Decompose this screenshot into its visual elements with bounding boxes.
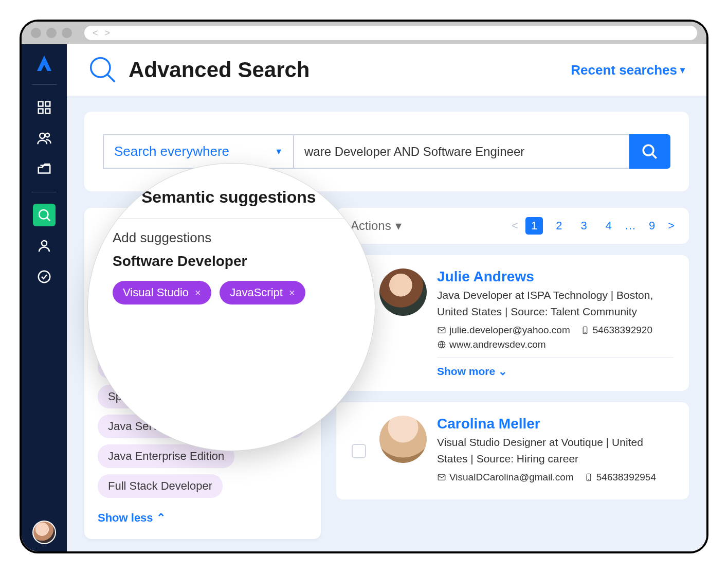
candidate-website[interactable]: www.andrewsdev.com [437,339,546,350]
main-content: Advanced Search Recent searches ▾ Search… [67,44,706,551]
svg-point-8 [42,241,47,246]
lens-title: Semantic suggestions [141,188,316,207]
actions-dropdown[interactable]: Actions ▾ [351,219,402,233]
nav-profile[interactable] [33,235,56,257]
search-icon [88,56,117,84]
svg-rect-3 [46,109,50,114]
traffic-light-close[interactable] [31,28,41,38]
search-submit-button[interactable] [629,134,670,169]
remove-tag-icon[interactable]: × [195,287,201,299]
candidate-meta: Visual Studio Designer at Voutique | Uni… [437,434,674,467]
svg-rect-1 [46,102,50,106]
candidate-email[interactable]: julie.developer@yahoo.com [437,325,570,336]
nav-folders[interactable] [33,158,56,181]
page-number[interactable]: 9 [643,217,661,235]
show-less-button[interactable]: Show less ⌃ [98,511,307,525]
svg-line-13 [652,154,657,158]
svg-point-6 [39,210,48,219]
caret-down-icon: ▾ [680,64,685,76]
candidate-meta: Java Developer at ISPA Technology | Bost… [437,287,674,319]
caret-down-icon: ▼ [275,147,283,156]
address-bar[interactable]: < > [84,26,697,40]
lens-term: Software Developer [113,253,350,270]
page-title: Advanced Search [129,58,310,82]
search-scope-dropdown[interactable]: Search everywhere ▼ [104,135,294,168]
page-next[interactable]: > [668,219,675,232]
candidate-phone[interactable]: 54638392954 [584,472,656,483]
caret-down-icon: ▾ [395,219,402,233]
user-avatar[interactable] [32,521,56,544]
nav-search[interactable] [33,204,56,226]
svg-line-7 [47,218,50,221]
browser-chrome: < > [22,22,706,44]
svg-point-9 [39,271,50,283]
candidate-name[interactable]: Carolina Meller [437,416,674,432]
page-prev[interactable]: < [512,219,518,232]
result-checkbox[interactable] [352,444,366,458]
page-number[interactable]: 3 [575,217,592,235]
svg-line-11 [107,75,115,82]
show-more-button[interactable]: Show more ⌄ [437,365,674,378]
result-card: Carolina Meller Visual Studio Designer a… [336,402,689,499]
svg-point-12 [643,145,653,155]
candidate-avatar[interactable] [379,416,427,463]
active-suggestion-tag[interactable]: JavaScript× [220,281,305,305]
svg-rect-18 [438,475,445,480]
nav-people[interactable] [33,127,56,150]
recent-searches-label: Recent searches [571,62,677,78]
search-query-input[interactable]: ware Developer AND Software Engineer [294,135,629,168]
svg-rect-0 [39,102,43,106]
candidate-avatar[interactable] [379,268,427,316]
candidate-name[interactable]: Julie Andrews [437,268,674,285]
svg-rect-14 [438,328,445,333]
recent-searches-dropdown[interactable]: Recent searches ▾ [571,62,685,78]
page-ellipsis: … [625,219,636,232]
traffic-light-min[interactable] [46,28,57,38]
lens-subtitle: Add suggestions [113,230,350,246]
candidate-email[interactable]: VisualDCarolina@gmail.com [437,472,574,483]
page-number[interactable]: 4 [600,217,617,235]
pagination: < 1 2 3 4 … 9 > [512,217,675,235]
chevron-down-icon: ⌄ [498,365,507,377]
sidebar [22,44,67,551]
magnifier-lens: Searvarch everywhere ▼ Semantic suggesti… [87,163,375,451]
remove-tag-icon[interactable]: × [289,287,295,299]
result-card: Julie Andrews Java Developer at ISPA Tec… [336,255,689,391]
traffic-light-max[interactable] [62,28,72,38]
svg-point-5 [46,133,50,137]
page-header: Advanced Search Recent searches ▾ [67,44,706,96]
chevron-up-icon: ⌃ [156,511,166,525]
nav-dashboard[interactable] [33,96,56,119]
suggestion-tag[interactable]: Full Stack Developer [98,474,223,498]
svg-point-4 [40,133,45,138]
nav-approved[interactable] [33,265,56,288]
page-number[interactable]: 2 [550,217,568,235]
active-suggestion-tag[interactable]: Visual Studio× [113,281,211,305]
results-toolbar: Actions ▾ < 1 2 3 4 … 9 > [336,208,689,244]
app-window: < > [20,20,708,553]
app-logo[interactable] [34,53,54,76]
svg-point-10 [91,58,110,77]
candidate-phone[interactable]: 54638392920 [580,325,652,336]
svg-rect-2 [39,109,43,114]
search-scope-label: Search everywhere [114,144,229,159]
page-number[interactable]: 1 [525,217,543,235]
